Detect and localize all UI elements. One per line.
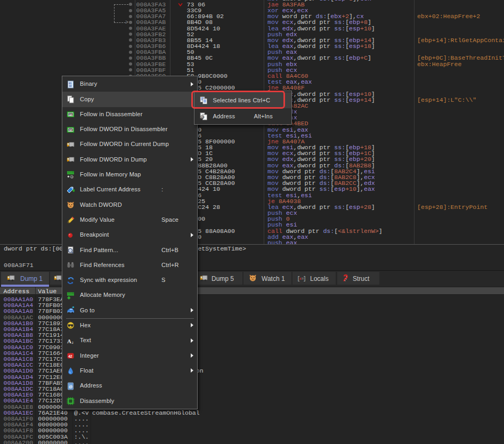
svg-text:@: @ <box>69 384 72 389</box>
svg-text:@: @ <box>201 115 204 119</box>
svg-text:A: A <box>67 337 71 344</box>
svg-text:42: 42 <box>68 354 72 358</box>
svg-text:]: ] <box>303 276 305 281</box>
svg-text:32: 32 <box>69 128 72 131</box>
svg-text:32: 32 <box>69 113 72 116</box>
svg-text:2: 2 <box>72 341 74 344</box>
svg-text:@: @ <box>71 175 74 179</box>
svg-text:10: 10 <box>69 84 72 87</box>
